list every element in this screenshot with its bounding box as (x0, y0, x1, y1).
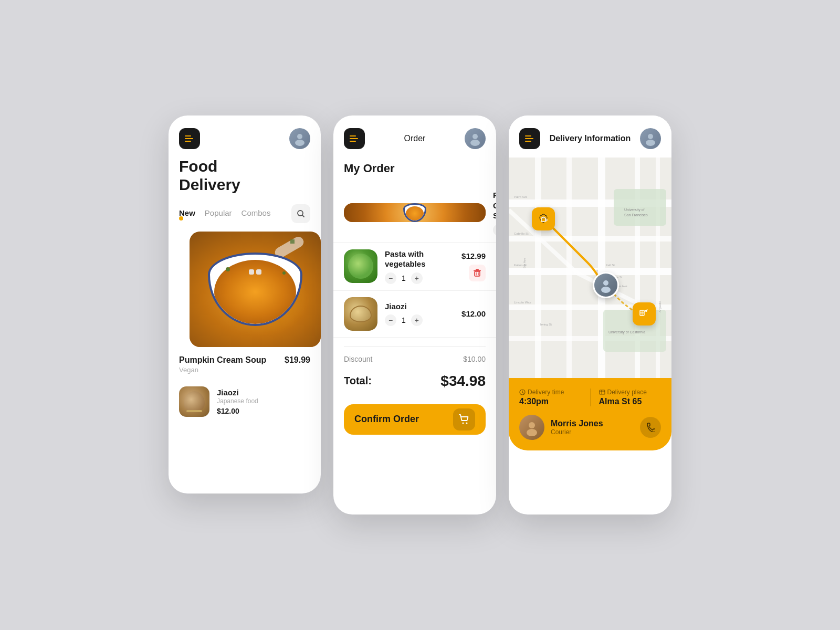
order-user-avatar[interactable] (465, 128, 486, 149)
svg-text:Arguello: Arguello (658, 300, 662, 312)
featured-product-price: $19.99 (285, 355, 310, 365)
tab-popular[interactable]: Popular (205, 208, 232, 219)
delivery-menu-button[interactable] (519, 128, 540, 149)
jiaozi-order-right: $12.00 (461, 309, 486, 318)
pasta-delete-button[interactable] (469, 265, 486, 281)
map-area: University of San Francisco University o… (509, 158, 671, 378)
jiaozi-qty-minus[interactable]: − (385, 314, 396, 326)
svg-point-4 (472, 134, 478, 139)
courier-info: Morris Jones Courier (551, 419, 640, 436)
my-order-title: My Order (333, 158, 496, 184)
delivery-details-row: Delivery time 4:30pm Delivery place A (519, 388, 661, 406)
svg-text:University of California: University of California (608, 330, 645, 334)
pasta-order-info: Pasta with vegetables − 1 + (385, 249, 454, 284)
nav-tabs: New Popular Combos (169, 204, 321, 232)
cart-icon (453, 408, 475, 430)
map-svg: University of San Francisco University o… (509, 158, 671, 378)
soup-order-image (344, 203, 486, 222)
confirm-order-button[interactable]: Confirm Order (344, 404, 486, 435)
jiaozi-name: Jiaozi (217, 388, 310, 397)
jiaozi-qty-plus[interactable]: + (411, 314, 423, 326)
soup-order-name: Pumpkin Cream Soup (493, 190, 496, 221)
svg-rect-7 (476, 269, 479, 270)
pasta-order-right: $12.99 (461, 251, 486, 281)
svg-text:Cabrillo St: Cabrillo St (514, 232, 529, 235)
delivery-time-value: 4:30pm (519, 397, 582, 406)
order-menu-button[interactable] (344, 128, 365, 149)
order-summary: Discount $10.00 Total: $34.98 (333, 338, 496, 398)
pasta-qty-value: 1 (402, 274, 406, 282)
svg-text:University of: University of (624, 208, 645, 212)
jiaozi-image (179, 386, 209, 417)
delivery-user-avatar[interactable] (640, 128, 661, 149)
screen-order: Order My Order Pu (333, 116, 496, 514)
svg-point-13 (648, 134, 653, 139)
jiaozi-order-info: Jiaozi − 1 + (385, 301, 454, 327)
title-line1: Food (179, 158, 217, 175)
svg-text:Lincoln Way: Lincoln Way (514, 301, 531, 304)
jiaozi-order-image (344, 297, 377, 331)
menu-button[interactable] (179, 128, 200, 149)
featured-image (190, 232, 321, 347)
svg-point-59 (529, 422, 535, 428)
pasta-order-image (344, 249, 377, 283)
user-avatar[interactable] (289, 128, 310, 149)
discount-label: Discount (344, 355, 372, 363)
screen2-top-bar: Order (333, 116, 496, 158)
svg-point-11 (463, 422, 464, 424)
svg-rect-28 (614, 189, 666, 226)
svg-point-12 (466, 422, 468, 424)
pasta-qty-control: − 1 + (385, 272, 454, 284)
search-button[interactable] (291, 204, 310, 223)
jiaozi-illustration (179, 386, 209, 417)
screen3-top-bar: Delivery Information (509, 116, 671, 158)
svg-point-1 (295, 140, 304, 146)
title-line2: Delivery (179, 176, 240, 193)
svg-text:Palm Ave: Palm Ave (514, 195, 528, 198)
order-screen-title: Order (404, 134, 426, 143)
order-item-pasta: Pasta with vegetables − 1 + $12.99 (333, 243, 496, 291)
restaurant-marker (532, 207, 555, 230)
pasta-qty-plus[interactable]: + (411, 272, 423, 284)
delivery-avatar-image (640, 128, 661, 149)
svg-line-3 (302, 215, 304, 217)
svg-text:Fulton St: Fulton St (514, 264, 527, 267)
pasta-order-price: $12.99 (461, 251, 486, 260)
jiaozi-info: Jiaozi Japanese food $12.00 (217, 388, 310, 415)
call-courier-button[interactable] (640, 417, 661, 438)
clock-icon (519, 389, 526, 395)
tab-combos[interactable]: Combos (242, 208, 271, 219)
delivery-place-label: Delivery place (599, 388, 662, 396)
svg-rect-18 (509, 268, 671, 275)
svg-text:Fell St: Fell St (606, 264, 615, 267)
jiaozi-qty-value: 1 (402, 316, 406, 324)
soup-illustration (190, 232, 321, 347)
phone-icon (646, 423, 655, 432)
svg-point-14 (646, 140, 655, 146)
total-row: Total: $34.98 (344, 369, 486, 390)
featured-product-tag: Vegan (179, 366, 266, 374)
order-item-jiaozi: Jiaozi − 1 + $12.00 (333, 291, 496, 338)
svg-point-48 (603, 280, 608, 286)
list-item-jiaozi: Jiaozi Japanese food $12.00 (169, 380, 321, 423)
soup-qty-minus[interactable]: − (493, 224, 496, 236)
jiaozi-description: Japanese food (217, 397, 310, 405)
jiaozi-price: $12.00 (217, 407, 310, 415)
delivery-divider (590, 388, 591, 406)
delivery-place-field: Delivery place Alma St 65 (599, 388, 662, 406)
discount-value: $10.00 (463, 355, 486, 363)
total-label: Total: (344, 375, 372, 387)
delivery-screen-title: Delivery Information (550, 134, 631, 143)
soup-qty-control: − 1 + (493, 224, 496, 236)
pasta-qty-minus[interactable]: − (385, 272, 396, 284)
svg-rect-17 (509, 236, 671, 242)
svg-point-60 (527, 429, 537, 436)
screen-food-delivery: Food Delivery New Popular Combos (169, 116, 321, 494)
jiaozi-qty-control: − 1 + (385, 314, 454, 326)
jiaozi-order-price: $12.00 (461, 309, 486, 318)
courier-name: Morris Jones (551, 419, 640, 428)
svg-rect-56 (600, 390, 605, 394)
jiaozi-order-name: Jiaozi (385, 301, 454, 312)
svg-point-49 (601, 287, 611, 293)
tab-new[interactable]: New (179, 208, 195, 219)
